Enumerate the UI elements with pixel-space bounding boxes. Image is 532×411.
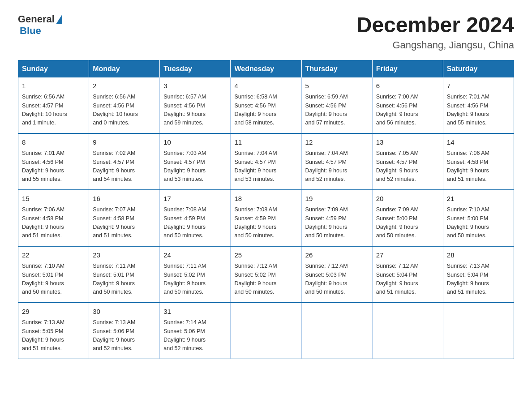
calendar-day-cell: 11Sunrise: 7:04 AM Sunset: 4:57 PM Dayli… xyxy=(231,133,301,190)
day-number: 22 xyxy=(22,250,85,261)
calendar-table: SundayMondayTuesdayWednesdayThursdayFrid… xyxy=(18,60,514,359)
calendar-day-cell: 16Sunrise: 7:07 AM Sunset: 4:58 PM Dayli… xyxy=(89,190,160,246)
day-number: 4 xyxy=(234,81,297,91)
day-number: 26 xyxy=(305,250,369,261)
day-info: Sunrise: 7:11 AM Sunset: 5:01 PM Dayligh… xyxy=(93,262,156,297)
calendar-day-cell: 2Sunrise: 6:56 AM Sunset: 4:56 PM Daylig… xyxy=(89,77,160,133)
day-number: 13 xyxy=(376,137,439,148)
calendar-empty-cell xyxy=(372,303,443,359)
day-number: 10 xyxy=(163,137,227,148)
calendar-day-cell: 4Sunrise: 6:58 AM Sunset: 4:56 PM Daylig… xyxy=(231,77,301,133)
calendar-week-row: 29Sunrise: 7:13 AM Sunset: 5:05 PM Dayli… xyxy=(18,303,514,359)
calendar-day-cell: 13Sunrise: 7:05 AM Sunset: 4:57 PM Dayli… xyxy=(372,133,443,190)
day-number: 20 xyxy=(376,194,439,204)
day-number: 7 xyxy=(447,81,510,91)
calendar-day-cell: 30Sunrise: 7:13 AM Sunset: 5:06 PM Dayli… xyxy=(89,303,160,359)
logo-general-text: General xyxy=(18,13,55,25)
weekday-header-tuesday: Tuesday xyxy=(160,60,231,77)
day-number: 5 xyxy=(305,81,369,91)
calendar-week-row: 22Sunrise: 7:10 AM Sunset: 5:01 PM Dayli… xyxy=(18,246,514,303)
day-info: Sunrise: 7:07 AM Sunset: 4:58 PM Dayligh… xyxy=(93,206,156,240)
day-number: 3 xyxy=(163,81,227,91)
day-number: 23 xyxy=(93,250,156,261)
calendar-day-cell: 20Sunrise: 7:09 AM Sunset: 5:00 PM Dayli… xyxy=(372,190,443,246)
logo-triangle-icon xyxy=(56,14,62,24)
calendar-empty-cell xyxy=(231,303,301,359)
day-info: Sunrise: 7:10 AM Sunset: 5:00 PM Dayligh… xyxy=(447,206,510,240)
day-number: 29 xyxy=(22,307,85,317)
calendar-day-cell: 7Sunrise: 7:01 AM Sunset: 4:56 PM Daylig… xyxy=(443,77,514,133)
day-info: Sunrise: 7:06 AM Sunset: 4:58 PM Dayligh… xyxy=(22,206,85,240)
weekday-header-saturday: Saturday xyxy=(443,60,514,77)
day-info: Sunrise: 6:59 AM Sunset: 4:56 PM Dayligh… xyxy=(305,93,369,128)
day-number: 18 xyxy=(234,194,297,204)
weekday-header-wednesday: Wednesday xyxy=(231,60,301,77)
day-info: Sunrise: 7:13 AM Sunset: 5:04 PM Dayligh… xyxy=(447,262,510,297)
calendar-day-cell: 31Sunrise: 7:14 AM Sunset: 5:06 PM Dayli… xyxy=(160,303,231,359)
day-info: Sunrise: 7:08 AM Sunset: 4:59 PM Dayligh… xyxy=(234,206,297,240)
calendar-day-cell: 8Sunrise: 7:01 AM Sunset: 4:56 PM Daylig… xyxy=(18,133,89,190)
day-number: 9 xyxy=(93,137,156,148)
calendar-day-cell: 6Sunrise: 7:00 AM Sunset: 4:56 PM Daylig… xyxy=(372,77,443,133)
weekday-header-monday: Monday xyxy=(89,60,160,77)
calendar-day-cell: 25Sunrise: 7:12 AM Sunset: 5:02 PM Dayli… xyxy=(231,246,301,303)
title-section: December 2024 Gangshang, Jiangsu, China xyxy=(356,13,514,51)
calendar-day-cell: 22Sunrise: 7:10 AM Sunset: 5:01 PM Dayli… xyxy=(18,246,89,303)
calendar-day-cell: 19Sunrise: 7:09 AM Sunset: 4:59 PM Dayli… xyxy=(301,190,372,246)
day-info: Sunrise: 7:03 AM Sunset: 4:57 PM Dayligh… xyxy=(163,149,227,184)
calendar-day-cell: 12Sunrise: 7:04 AM Sunset: 4:57 PM Dayli… xyxy=(301,133,372,190)
calendar-day-cell: 14Sunrise: 7:06 AM Sunset: 4:58 PM Dayli… xyxy=(443,133,514,190)
logo-blue-text: Blue xyxy=(20,25,41,36)
calendar-day-cell: 26Sunrise: 7:12 AM Sunset: 5:03 PM Dayli… xyxy=(301,246,372,303)
calendar-week-row: 15Sunrise: 7:06 AM Sunset: 4:58 PM Dayli… xyxy=(18,190,514,246)
day-number: 16 xyxy=(93,194,156,204)
day-info: Sunrise: 6:57 AM Sunset: 4:56 PM Dayligh… xyxy=(163,93,227,128)
calendar-week-row: 1Sunrise: 6:56 AM Sunset: 4:57 PM Daylig… xyxy=(18,77,514,133)
calendar-day-cell: 17Sunrise: 7:08 AM Sunset: 4:59 PM Dayli… xyxy=(160,190,231,246)
day-number: 15 xyxy=(22,194,85,204)
calendar-week-row: 8Sunrise: 7:01 AM Sunset: 4:56 PM Daylig… xyxy=(18,133,514,190)
calendar-day-cell: 9Sunrise: 7:02 AM Sunset: 4:57 PM Daylig… xyxy=(89,133,160,190)
calendar-header-row: SundayMondayTuesdayWednesdayThursdayFrid… xyxy=(18,60,514,77)
calendar-day-cell: 28Sunrise: 7:13 AM Sunset: 5:04 PM Dayli… xyxy=(443,246,514,303)
day-info: Sunrise: 6:58 AM Sunset: 4:56 PM Dayligh… xyxy=(234,93,297,128)
location-text: Gangshang, Jiangsu, China xyxy=(356,39,514,51)
page-header: General Blue December 2024 Gangshang, Ji… xyxy=(18,13,514,51)
day-info: Sunrise: 7:06 AM Sunset: 4:58 PM Dayligh… xyxy=(447,149,510,184)
day-number: 6 xyxy=(376,81,439,91)
calendar-day-cell: 21Sunrise: 7:10 AM Sunset: 5:00 PM Dayli… xyxy=(443,190,514,246)
day-info: Sunrise: 7:04 AM Sunset: 4:57 PM Dayligh… xyxy=(305,149,369,184)
day-number: 8 xyxy=(22,137,85,148)
day-number: 28 xyxy=(447,250,510,261)
day-info: Sunrise: 7:02 AM Sunset: 4:57 PM Dayligh… xyxy=(93,149,156,184)
day-info: Sunrise: 7:09 AM Sunset: 4:59 PM Dayligh… xyxy=(305,206,369,240)
calendar-day-cell: 15Sunrise: 7:06 AM Sunset: 4:58 PM Dayli… xyxy=(18,190,89,246)
day-number: 14 xyxy=(447,137,510,148)
calendar-day-cell: 23Sunrise: 7:11 AM Sunset: 5:01 PM Dayli… xyxy=(89,246,160,303)
day-number: 19 xyxy=(305,194,369,204)
day-info: Sunrise: 7:12 AM Sunset: 5:02 PM Dayligh… xyxy=(234,262,297,297)
day-number: 1 xyxy=(22,81,85,91)
calendar-day-cell: 18Sunrise: 7:08 AM Sunset: 4:59 PM Dayli… xyxy=(231,190,301,246)
month-title: December 2024 xyxy=(356,13,514,37)
calendar-day-cell: 5Sunrise: 6:59 AM Sunset: 4:56 PM Daylig… xyxy=(301,77,372,133)
logo: General Blue xyxy=(18,13,62,37)
day-number: 2 xyxy=(93,81,156,91)
day-info: Sunrise: 6:56 AM Sunset: 4:56 PM Dayligh… xyxy=(93,93,156,128)
day-info: Sunrise: 7:10 AM Sunset: 5:01 PM Dayligh… xyxy=(22,262,85,297)
calendar-day-cell: 10Sunrise: 7:03 AM Sunset: 4:57 PM Dayli… xyxy=(160,133,231,190)
day-info: Sunrise: 7:12 AM Sunset: 5:04 PM Dayligh… xyxy=(376,262,439,297)
calendar-empty-cell xyxy=(301,303,372,359)
calendar-day-cell: 1Sunrise: 6:56 AM Sunset: 4:57 PM Daylig… xyxy=(18,77,89,133)
day-info: Sunrise: 7:13 AM Sunset: 5:05 PM Dayligh… xyxy=(22,318,85,353)
day-number: 31 xyxy=(163,307,227,317)
day-info: Sunrise: 7:11 AM Sunset: 5:02 PM Dayligh… xyxy=(163,262,227,297)
day-info: Sunrise: 7:14 AM Sunset: 5:06 PM Dayligh… xyxy=(163,318,227,353)
weekday-header-friday: Friday xyxy=(372,60,443,77)
day-info: Sunrise: 7:01 AM Sunset: 4:56 PM Dayligh… xyxy=(22,149,85,184)
day-info: Sunrise: 7:05 AM Sunset: 4:57 PM Dayligh… xyxy=(376,149,439,184)
day-info: Sunrise: 7:08 AM Sunset: 4:59 PM Dayligh… xyxy=(163,206,227,240)
day-number: 30 xyxy=(93,307,156,317)
day-number: 25 xyxy=(234,250,297,261)
calendar-day-cell: 27Sunrise: 7:12 AM Sunset: 5:04 PM Dayli… xyxy=(372,246,443,303)
